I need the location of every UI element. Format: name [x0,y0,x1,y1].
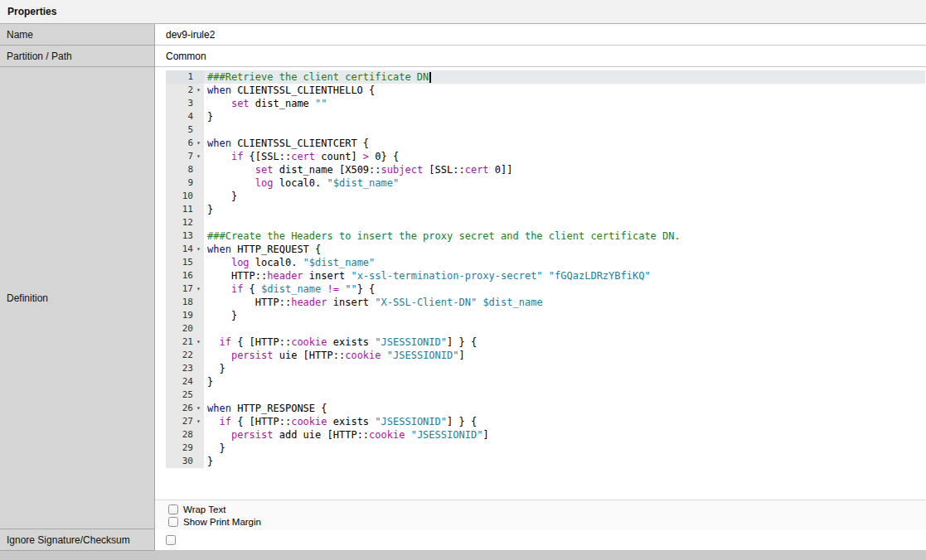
line-number-gutter: 14▾ [166,243,204,256]
code-token: if [231,151,243,162]
code-token: "X-SSL-Client-DN" [375,297,477,308]
fold-arrow-icon[interactable]: ▾ [193,415,204,428]
code-line-text[interactable] [204,123,925,137]
code-line-text[interactable]: when CLIENTSSL_CLIENTCERT { [204,137,925,150]
code-line[interactable]: 19 } [166,309,925,322]
fold-arrow-icon[interactable]: ▾ [193,402,204,415]
line-number: 15 [182,256,193,269]
code-line-text[interactable]: when HTTP_REQUEST { [204,243,925,256]
fold-arrow-icon[interactable]: ▾ [193,137,204,150]
code-line[interactable]: 21▾ if { [HTTP::cookie exists "JSESSIONI… [166,336,925,349]
code-line-text[interactable]: } [204,375,925,389]
code-line[interactable]: 4} [166,110,925,123]
code-line[interactable]: 24} [166,375,925,389]
code-line[interactable]: 10 } [166,190,925,203]
code-line-text[interactable]: } [204,455,925,468]
code-line[interactable]: 17▾ if { $dist_name != ""} { [166,282,925,296]
code-line-text[interactable]: persist add uie [HTTP::cookie "JSESSIONI… [204,428,925,442]
code-token: subject [381,164,424,176]
code-line-text[interactable] [204,389,925,402]
code-line[interactable]: 16 HTTP::header insert "x-ssl-terminatio… [166,269,925,282]
code-line[interactable]: 6▾when CLIENTSSL_CLIENTCERT { [166,137,925,150]
code-line-text[interactable]: if { $dist_name != ""} { [204,282,925,296]
code-line[interactable]: 26▾when HTTP_RESPONSE { [166,402,925,415]
code-line[interactable]: 25 [166,389,925,402]
code-editor[interactable]: 1###Retrieve the client certificate DN2▾… [166,70,925,500]
code-line-text[interactable]: } [204,190,925,203]
code-line-text[interactable]: } [204,362,925,375]
definition-label: Definition [0,67,155,529]
code-line-text[interactable]: } [204,110,925,123]
fold-arrow-icon[interactable]: ▾ [193,84,204,97]
line-number: 12 [182,216,193,229]
code-line-text[interactable]: ###Retrieve the client certificate DN [204,70,925,84]
code-token [207,98,231,109]
code-line-text[interactable]: when HTTP_RESPONSE { [204,402,925,415]
code-token: } [207,456,213,467]
code-line[interactable]: 7▾ if {[SSL::cert count] > 0} { [166,150,925,163]
line-number: 18 [182,296,193,309]
code-line[interactable]: 23 } [166,362,925,375]
code-line[interactable]: 28 persist add uie [HTTP::cookie "JSESSI… [166,428,925,442]
line-number-gutter: 25 [166,389,204,402]
code-line[interactable]: 3 set dist_name "" [166,97,925,110]
code-line[interactable]: 8 set dist_name [X509::subject [SSL::cer… [166,163,925,176]
code-line[interactable]: 9 log local0. "$dist_name" [166,176,925,190]
code-token: if [219,416,230,427]
code-token: ] } { [447,336,477,348]
code-line[interactable]: 11} [166,203,925,216]
page-title: Properties [0,0,926,24]
code-line-text[interactable]: if {[SSL::cert count] > 0} { [204,150,925,163]
code-line[interactable]: 5 [166,123,925,137]
code-line-text[interactable]: } [204,442,925,455]
partition-path-label: Partition / Path [0,46,155,67]
code-token: if [219,336,230,348]
fold-arrow-icon[interactable]: ▾ [193,282,204,296]
code-token: ] } { [447,416,477,427]
code-line-text[interactable] [204,216,925,229]
code-line-text[interactable]: if { [HTTP::cookie exists "JSESSIONID"] … [204,336,925,349]
code-token: ] [458,350,464,361]
line-number: 3 [187,97,193,110]
code-line[interactable]: 30} [166,455,925,468]
code-line-text[interactable]: } [204,309,925,322]
line-number-gutter: 26▾ [166,402,204,415]
code-line-text[interactable]: } [204,203,925,216]
code-line[interactable]: 12 [166,216,925,229]
code-line-text[interactable] [204,322,925,336]
fold-arrow-icon[interactable]: ▾ [193,243,204,256]
line-number: 16 [182,269,193,282]
code-line[interactable]: 15 log local0. "$dist_name" [166,256,925,269]
code-line[interactable]: 1###Retrieve the client certificate DN [166,70,925,84]
ignore-signature-checkbox[interactable] [166,535,176,545]
code-line[interactable]: 22 persist uie [HTTP::cookie "JSESSIONID… [166,349,925,362]
code-line-text[interactable]: when CLIENTSSL_CLIENTHELLO { [204,84,925,97]
code-line[interactable]: 20 [166,322,925,336]
code-line-text[interactable]: if { [HTTP::cookie exists "JSESSIONID"] … [204,415,925,428]
code-line-text[interactable]: HTTP::header insert "x-ssl-termination-p… [204,269,925,282]
fold-arrow-icon[interactable]: ▾ [193,150,204,163]
code-token: set [255,164,274,176]
wrap-text-checkbox[interactable] [168,504,178,514]
line-number-gutter: 13 [166,229,204,243]
code-line[interactable]: 27▾ if { [HTTP::cookie exists "JSESSIONI… [166,415,925,428]
code-line[interactable]: 13###Create the Headers to insert the pr… [166,229,925,243]
code-line-text[interactable]: persist uie [HTTP::cookie "JSESSIONID"] [204,349,925,362]
code-line-text[interactable]: HTTP::header insert "X-SSL-Client-DN" $d… [204,296,925,309]
editor-empty-area[interactable] [166,468,925,500]
show-print-margin-checkbox[interactable] [168,517,178,527]
code-token: [SSL:: [423,164,465,176]
code-token: insert [327,297,376,308]
code-line[interactable]: 2▾when CLIENTSSL_CLIENTHELLO { [166,84,925,97]
code-line-text[interactable]: log local0. "$dist_name" [204,256,925,269]
fold-arrow-icon[interactable]: ▾ [193,336,204,349]
code-line-text[interactable]: set dist_name "" [204,97,925,110]
code-token: ] [482,429,488,441]
code-line[interactable]: 14▾when HTTP_REQUEST { [166,243,925,256]
code-line-text[interactable]: ###Create the Headers to insert the prox… [204,229,925,243]
code-line[interactable]: 29 } [166,442,925,455]
code-line-text[interactable]: set dist_name [X509::subject [SSL::cert … [204,163,925,176]
code-line-text[interactable]: log local0. "$dist_name" [204,176,925,190]
code-token: HTTP:: [207,297,291,308]
code-line[interactable]: 18 HTTP::header insert "X-SSL-Client-DN"… [166,296,925,309]
